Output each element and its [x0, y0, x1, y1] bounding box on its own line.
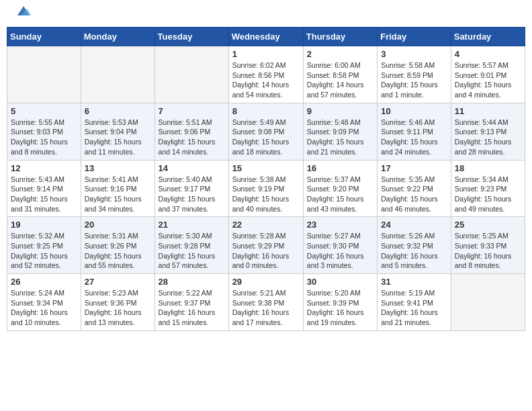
day-number: 14: [159, 163, 225, 173]
day-number: 27: [85, 277, 151, 287]
cell-content: Sunrise: 5:51 AM Sunset: 9:06 PM Dayligh…: [159, 118, 225, 157]
column-header-saturday: Saturday: [451, 28, 525, 46]
day-number: 16: [307, 163, 373, 173]
day-number: 23: [307, 220, 373, 230]
logo: [13, 10, 31, 18]
cell-content: Sunrise: 5:38 AM Sunset: 9:19 PM Dayligh…: [232, 175, 300, 214]
day-number: 30: [307, 277, 373, 287]
column-header-sunday: Sunday: [7, 28, 81, 46]
cell-content: Sunrise: 5:53 AM Sunset: 9:04 PM Dayligh…: [85, 118, 151, 157]
day-number: 13: [85, 163, 151, 173]
calendar-cell: 30Sunrise: 5:20 AM Sunset: 9:39 PM Dayli…: [303, 274, 377, 331]
calendar-week-row: 19Sunrise: 5:32 AM Sunset: 9:25 PM Dayli…: [7, 217, 525, 274]
calendar-cell: [451, 274, 525, 331]
column-header-tuesday: Tuesday: [154, 28, 228, 46]
day-number: 19: [11, 220, 77, 230]
day-number: 21: [159, 220, 225, 230]
calendar-cell: 11Sunrise: 5:44 AM Sunset: 9:13 PM Dayli…: [451, 103, 525, 160]
cell-content: Sunrise: 5:44 AM Sunset: 9:13 PM Dayligh…: [455, 118, 521, 157]
cell-content: Sunrise: 5:27 AM Sunset: 9:30 PM Dayligh…: [307, 231, 373, 271]
cell-content: Sunrise: 5:49 AM Sunset: 9:08 PM Dayligh…: [232, 118, 300, 157]
cell-content: Sunrise: 5:22 AM Sunset: 9:37 PM Dayligh…: [159, 288, 225, 328]
calendar-week-row: 1Sunrise: 6:02 AM Sunset: 8:56 PM Daylig…: [7, 46, 525, 103]
calendar-cell: 24Sunrise: 5:26 AM Sunset: 9:32 PM Dayli…: [378, 217, 451, 274]
calendar-cell: 1Sunrise: 6:02 AM Sunset: 8:56 PM Daylig…: [228, 46, 303, 103]
cell-content: Sunrise: 5:28 AM Sunset: 9:29 PM Dayligh…: [232, 231, 300, 271]
day-number: 26: [11, 277, 77, 287]
cell-content: Sunrise: 5:32 AM Sunset: 9:25 PM Dayligh…: [11, 231, 77, 271]
day-number: 4: [455, 49, 521, 59]
calendar-cell: 22Sunrise: 5:28 AM Sunset: 9:29 PM Dayli…: [228, 217, 303, 274]
cell-content: Sunrise: 5:23 AM Sunset: 9:36 PM Dayligh…: [85, 288, 151, 328]
day-number: 20: [85, 220, 151, 230]
day-number: 18: [455, 163, 521, 173]
day-number: 6: [85, 106, 151, 116]
calendar-week-row: 12Sunrise: 5:43 AM Sunset: 9:14 PM Dayli…: [7, 160, 525, 217]
day-number: 2: [307, 49, 373, 59]
cell-content: Sunrise: 5:19 AM Sunset: 9:41 PM Dayligh…: [381, 288, 447, 328]
cell-content: Sunrise: 5:20 AM Sunset: 9:39 PM Dayligh…: [307, 288, 373, 328]
cell-content: Sunrise: 5:30 AM Sunset: 9:28 PM Dayligh…: [159, 231, 225, 271]
calendar-cell: 19Sunrise: 5:32 AM Sunset: 9:25 PM Dayli…: [7, 217, 81, 274]
day-number: 9: [307, 106, 373, 116]
calendar-cell: 27Sunrise: 5:23 AM Sunset: 9:36 PM Dayli…: [81, 274, 154, 331]
calendar-cell: 23Sunrise: 5:27 AM Sunset: 9:30 PM Dayli…: [303, 217, 377, 274]
calendar-cell: 16Sunrise: 5:37 AM Sunset: 9:20 PM Dayli…: [303, 160, 377, 217]
calendar-cell: [81, 46, 154, 103]
day-number: 17: [381, 163, 447, 173]
calendar-week-row: 5Sunrise: 5:55 AM Sunset: 9:03 PM Daylig…: [7, 103, 525, 160]
cell-content: Sunrise: 6:00 AM Sunset: 8:58 PM Dayligh…: [307, 60, 373, 100]
calendar-cell: 9Sunrise: 5:48 AM Sunset: 9:09 PM Daylig…: [303, 103, 377, 160]
cell-content: Sunrise: 5:26 AM Sunset: 9:32 PM Dayligh…: [381, 231, 447, 271]
day-number: 29: [232, 277, 300, 287]
day-number: 3: [381, 49, 447, 59]
column-header-friday: Friday: [378, 28, 451, 46]
day-number: 25: [455, 220, 521, 230]
calendar-cell: 7Sunrise: 5:51 AM Sunset: 9:06 PM Daylig…: [154, 103, 228, 160]
calendar-cell: 14Sunrise: 5:40 AM Sunset: 9:17 PM Dayli…: [154, 160, 228, 217]
page-header: [7, 7, 525, 21]
column-header-monday: Monday: [81, 28, 154, 46]
day-number: 24: [381, 220, 447, 230]
calendar-cell: 2Sunrise: 6:00 AM Sunset: 8:58 PM Daylig…: [303, 46, 377, 103]
calendar-week-row: 26Sunrise: 5:24 AM Sunset: 9:34 PM Dayli…: [7, 274, 525, 331]
calendar-cell: 31Sunrise: 5:19 AM Sunset: 9:41 PM Dayli…: [378, 274, 451, 331]
calendar-cell: [154, 46, 228, 103]
day-number: 31: [381, 277, 447, 287]
cell-content: Sunrise: 5:31 AM Sunset: 9:26 PM Dayligh…: [85, 231, 151, 271]
calendar-cell: 5Sunrise: 5:55 AM Sunset: 9:03 PM Daylig…: [7, 103, 81, 160]
cell-content: Sunrise: 5:57 AM Sunset: 9:01 PM Dayligh…: [455, 60, 521, 100]
cell-content: Sunrise: 5:37 AM Sunset: 9:20 PM Dayligh…: [307, 175, 373, 214]
column-header-thursday: Thursday: [303, 28, 377, 46]
calendar-cell: 3Sunrise: 5:58 AM Sunset: 8:59 PM Daylig…: [378, 46, 451, 103]
calendar-cell: 21Sunrise: 5:30 AM Sunset: 9:28 PM Dayli…: [154, 217, 228, 274]
cell-content: Sunrise: 5:46 AM Sunset: 9:11 PM Dayligh…: [381, 118, 447, 157]
calendar-cell: [7, 46, 81, 103]
calendar-header-row: SundayMondayTuesdayWednesdayThursdayFrid…: [7, 28, 525, 46]
cell-content: Sunrise: 5:43 AM Sunset: 9:14 PM Dayligh…: [11, 175, 77, 214]
calendar-cell: 4Sunrise: 5:57 AM Sunset: 9:01 PM Daylig…: [451, 46, 525, 103]
cell-content: Sunrise: 5:34 AM Sunset: 9:23 PM Dayligh…: [455, 175, 521, 214]
day-number: 28: [159, 277, 225, 287]
day-number: 7: [159, 106, 225, 116]
logo-icon: [16, 3, 31, 18]
cell-content: Sunrise: 5:55 AM Sunset: 9:03 PM Dayligh…: [11, 118, 77, 157]
cell-content: Sunrise: 5:25 AM Sunset: 9:33 PM Dayligh…: [455, 231, 521, 271]
calendar-cell: 28Sunrise: 5:22 AM Sunset: 9:37 PM Dayli…: [154, 274, 228, 331]
calendar-cell: 10Sunrise: 5:46 AM Sunset: 9:11 PM Dayli…: [378, 103, 451, 160]
cell-content: Sunrise: 5:21 AM Sunset: 9:38 PM Dayligh…: [232, 288, 300, 328]
cell-content: Sunrise: 5:35 AM Sunset: 9:22 PM Dayligh…: [381, 175, 447, 214]
calendar-cell: 13Sunrise: 5:41 AM Sunset: 9:16 PM Dayli…: [81, 160, 154, 217]
calendar-cell: 17Sunrise: 5:35 AM Sunset: 9:22 PM Dayli…: [378, 160, 451, 217]
day-number: 8: [232, 106, 300, 116]
cell-content: Sunrise: 5:40 AM Sunset: 9:17 PM Dayligh…: [159, 175, 225, 214]
cell-content: Sunrise: 5:48 AM Sunset: 9:09 PM Dayligh…: [307, 118, 373, 157]
calendar-cell: 26Sunrise: 5:24 AM Sunset: 9:34 PM Dayli…: [7, 274, 81, 331]
day-number: 12: [11, 163, 77, 173]
day-number: 22: [232, 220, 300, 230]
calendar-cell: 15Sunrise: 5:38 AM Sunset: 9:19 PM Dayli…: [228, 160, 303, 217]
day-number: 15: [232, 163, 300, 173]
cell-content: Sunrise: 5:58 AM Sunset: 8:59 PM Dayligh…: [381, 60, 447, 100]
day-number: 5: [11, 106, 77, 116]
calendar-cell: 20Sunrise: 5:31 AM Sunset: 9:26 PM Dayli…: [81, 217, 154, 274]
